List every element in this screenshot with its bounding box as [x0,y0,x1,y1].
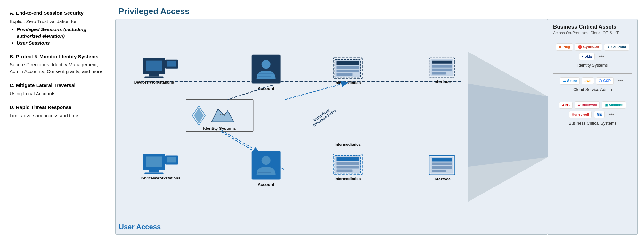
bca-section-identity: ◆ Ping 🔴 CyberArk ▲ SailPoint ● okta •••… [553,43,632,68]
svg-rect-19 [336,70,359,72]
svg-rect-46 [144,172,164,174]
svg-rect-44 [146,156,162,167]
main-area: Privileged Access [115,6,638,235]
svg-rect-18 [336,66,359,69]
svg-text:Devices/Workstations: Devices/Workstations [141,176,181,180]
bullet-1: Privileged Sessions (including authorize… [17,26,109,39]
section-c-body: Using Local Accounts [10,90,109,97]
section-a-body: Explicit Zero Trust validation for [10,18,109,25]
logo-dots-1: ••• [597,53,607,60]
svg-text:Intermediaries: Intermediaries [334,81,361,85]
svg-text:Account: Account [258,182,275,187]
svg-rect-58 [336,162,359,165]
logo-cyberark: 🔴 CyberArk [575,43,602,51]
section-b: B. Protect & Monitor Identity Systems Se… [10,53,109,75]
svg-rect-24 [432,61,452,64]
svg-rect-57 [336,157,359,161]
bca-label-cloud: Cloud Service Admin [553,87,632,92]
svg-rect-5 [149,74,159,77]
diagram-container: Devices/Workstations Account [115,19,638,235]
logo-honeywell: Honeywell [569,111,592,118]
svg-rect-66 [432,162,452,165]
bca-title: Business Critical Assets [553,24,632,30]
section-c-title: C. Mitigate Lateral Traversal [10,82,109,89]
bca-label-identity: Identity Systems [553,63,632,68]
svg-text:Intermediaries: Intermediaries [334,177,361,181]
svg-text:Interface: Interface [433,79,451,84]
right-panel: Business Critical Assets Across On-Premi… [548,19,638,235]
logo-dots-3: ••• [607,111,616,118]
section-d-body: Limit adversary access and time [10,112,109,119]
bca-subtitle: Across On-Premises, Cloud, OT, & IoT [553,31,632,35]
svg-rect-27 [432,72,446,75]
diagram-svg: Devices/Workstations Account [115,19,548,235]
svg-text:Interface: Interface [433,177,451,181]
left-panel: A. End-to-end Session Security Explicit … [6,6,115,235]
svg-rect-4 [146,61,162,71]
svg-text:Devices/Workstations: Devices/Workstations [134,80,174,85]
section-b-body: Secure Directories, Identity Management,… [10,61,109,75]
logo-azure: ☁ Azure [560,77,580,85]
section-d: D. Rapid Threat Response Limit adversary… [10,104,109,119]
section-a-title: A. End-to-end Session Security [10,10,109,17]
svg-rect-25 [432,65,452,68]
svg-text:Identity Systems: Identity Systems [203,126,236,131]
bca-section-cloud: ☁ Azure aws ⬡ GCP ••• Cloud Service Admi… [553,77,632,92]
section-b-title: B. Protect & Monitor Identity Systems [10,53,109,60]
svg-rect-6 [144,77,164,78]
logo-sailpoint: ▲ SailPoint [604,44,629,51]
svg-rect-50 [252,151,281,179]
svg-rect-10 [252,55,281,84]
svg-rect-8 [167,61,176,67]
svg-rect-68 [432,170,446,172]
svg-text:Intermediaries: Intermediaries [334,142,361,147]
diagram-title: Privileged Access [115,6,638,16]
logo-gcp: ⬡ GCP [596,77,614,85]
svg-rect-17 [336,61,359,65]
svg-rect-67 [432,166,452,169]
logo-dots-2: ••• [615,77,625,85]
svg-rect-48 [167,157,176,162]
logo-siemens: ▣ Siemens [602,101,626,109]
svg-rect-60 [336,169,352,172]
logo-aws: aws [582,77,594,84]
svg-rect-20 [336,73,352,76]
logo-ge: GE [594,111,605,118]
svg-marker-72 [468,84,548,167]
section-a: A. End-to-end Session Security Explicit … [10,10,109,46]
logo-rockwell: ⚙ Rockwell [575,101,600,109]
bca-label-bcs: Business Critical Systems [553,121,632,126]
section-a-bullets: Privileged Sessions (including authorize… [10,26,109,46]
svg-point-51 [262,156,271,165]
user-access-label: User Access [119,223,161,231]
svg-rect-45 [149,170,159,172]
section-d-title: D. Rapid Threat Response [10,104,109,111]
svg-text:• • •: • • • [220,112,225,116]
svg-rect-26 [432,69,452,71]
svg-point-11 [262,60,271,69]
bca-section-bcs: ABB ⚙ Rockwell ▣ Siemens Honeywell GE ••… [553,101,632,126]
svg-rect-59 [336,166,359,168]
svg-rect-65 [432,158,452,161]
logo-abb: ABB [559,102,573,109]
section-c: C. Mitigate Lateral Traversal Using Loca… [10,82,109,97]
bullet-2: User Sessions [17,39,109,46]
logo-okta: ● okta [579,53,595,60]
logo-ping: ◆ Ping [556,43,573,51]
